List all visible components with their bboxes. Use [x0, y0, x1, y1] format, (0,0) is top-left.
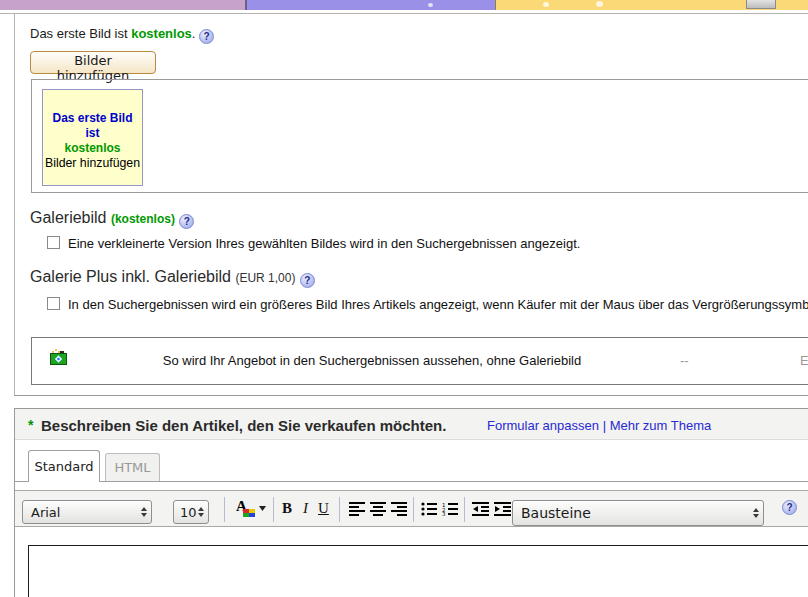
description-editor-frame — [28, 545, 808, 597]
content-top-border — [0, 13, 808, 14]
font-color-button[interactable]: A — [236, 498, 266, 521]
gallery-plus-heading: Galerie Plus inkl. Galeriebild (EUR 1,00… — [30, 268, 315, 288]
theme-bar-left — [0, 0, 245, 10]
search-preview-row: So wird Ihr Angebot in den Suchergebniss… — [31, 337, 808, 385]
add-pictures-button[interactable]: Bilder hinzufügen — [30, 51, 156, 74]
first-picture-free-note: Das erste Bild ist kostenlos. ? — [30, 26, 214, 44]
tab-html[interactable]: HTML — [105, 453, 160, 482]
align-left-button[interactable] — [349, 502, 365, 519]
free-note-suffix: . — [192, 26, 196, 41]
camera-icon — [49, 348, 69, 366]
numbered-list-icon: 1 2 3 — [442, 502, 458, 516]
help-icon[interactable]: ? — [300, 273, 315, 288]
chevron-down-icon — [259, 506, 266, 511]
stepper-arrows-icon — [141, 507, 147, 517]
tile-line2: ist — [43, 126, 142, 141]
gallery-title: Galeriebild — [30, 209, 106, 226]
svg-text:3: 3 — [442, 511, 446, 516]
italic-button[interactable]: I — [303, 500, 308, 517]
numbered-list-button[interactable]: 1 2 3 — [442, 502, 458, 519]
pictures-section-bottom-border — [14, 395, 808, 396]
gallery-plus-price-note: (EUR 1,00) — [235, 271, 295, 285]
stepper-arrows-icon — [198, 507, 204, 517]
toolbar-separator — [224, 497, 225, 522]
font-family-select[interactable]: Arial — [22, 500, 152, 524]
outdent-icon — [472, 502, 489, 516]
toolbar-separator — [464, 497, 465, 522]
sell-form-page: Das erste Bild ist kostenlos. ? Bilder h… — [0, 0, 808, 597]
preview-caption: So wird Ihr Angebot in den Suchergebniss… — [92, 353, 652, 368]
align-right-icon — [391, 502, 407, 516]
font-size-value: 10 — [180, 505, 197, 520]
stepper-arrows-icon — [753, 508, 759, 518]
bullet-list-icon — [421, 502, 437, 516]
editor-toolbar: Arial 10 A B I U — [15, 490, 808, 527]
customize-form-link[interactable]: Formular anpassen — [487, 418, 599, 433]
align-right-button[interactable] — [391, 502, 407, 519]
description-heading: Beschreiben Sie den Artikel, den Sie ver… — [41, 417, 446, 434]
gallery-checkbox[interactable] — [47, 236, 60, 249]
preview-price-fragment: E — [800, 353, 808, 368]
building-blocks-value: Bausteine — [521, 505, 591, 521]
help-icon[interactable]: ? — [199, 29, 214, 44]
font-size-select[interactable]: 10 — [173, 500, 209, 524]
building-blocks-select[interactable]: Bausteine — [512, 500, 764, 526]
toolbar-separator — [413, 497, 414, 522]
gallery-price-note: (kostenlos) — [111, 212, 175, 226]
tab-strip-bottom-border — [14, 481, 808, 482]
toolbar-separator — [273, 497, 274, 522]
toolbar-separator — [339, 497, 340, 522]
tile-line1: Das erste Bild — [43, 111, 142, 126]
gallery-plus-checkbox[interactable] — [47, 297, 60, 310]
gallery-plus-title: Galerie Plus inkl. Galeriebild — [30, 268, 231, 285]
free-note-highlight: kostenlos — [131, 26, 192, 41]
align-left-icon — [349, 502, 365, 516]
link-divider: | — [603, 418, 606, 433]
more-on-topic-link[interactable]: Mehr zum Thema — [610, 418, 712, 433]
tile-line3: kostenlos — [43, 141, 142, 156]
align-center-button[interactable] — [370, 502, 386, 519]
description-editor[interactable] — [29, 546, 808, 597]
help-icon[interactable]: ? — [782, 500, 797, 515]
preview-placeholder-dash: -- — [680, 353, 689, 368]
required-asterisk: * — [28, 417, 33, 433]
theme-sparkle — [596, 1, 603, 7]
indent-icon — [494, 502, 511, 516]
font-family-value: Arial — [31, 505, 60, 520]
picture-strip: Das erste Bild ist kostenlos Bilder hinz… — [31, 79, 808, 193]
align-center-icon — [370, 502, 386, 516]
browser-button-stub[interactable] — [746, 0, 776, 9]
indent-button[interactable] — [494, 502, 511, 519]
help-icon[interactable]: ? — [179, 214, 194, 229]
underline-button[interactable]: U — [318, 500, 329, 517]
pictures-section-left-border — [14, 13, 15, 396]
bullet-list-button[interactable] — [421, 502, 437, 519]
tab-standard[interactable]: Standard — [28, 450, 100, 482]
first-picture-placeholder[interactable]: Das erste Bild ist kostenlos Bilder hinz… — [42, 89, 143, 186]
description-header-links: Formular anpassen | Mehr zum Thema — [487, 418, 711, 433]
gallery-heading: Galeriebild (kostenlos) ? — [30, 209, 194, 229]
theme-sparkle — [543, 2, 549, 7]
bold-button[interactable]: B — [282, 500, 292, 517]
outdent-button[interactable] — [472, 502, 489, 519]
gallery-plus-checkbox-label: In den Suchergebnissen wird ein größeres… — [68, 297, 808, 312]
gallery-checkbox-label: Eine verkleinerte Version Ihres gewählte… — [68, 236, 580, 251]
free-note-prefix: Das erste Bild ist — [30, 26, 131, 41]
theme-sparkle — [428, 3, 433, 7]
theme-bar-mid — [247, 0, 495, 10]
font-color-swatches-icon — [243, 509, 256, 518]
tile-line4: Bilder hinzufügen — [43, 156, 142, 171]
description-header: * Beschreiben Sie den Artikel, den Sie v… — [15, 409, 808, 440]
